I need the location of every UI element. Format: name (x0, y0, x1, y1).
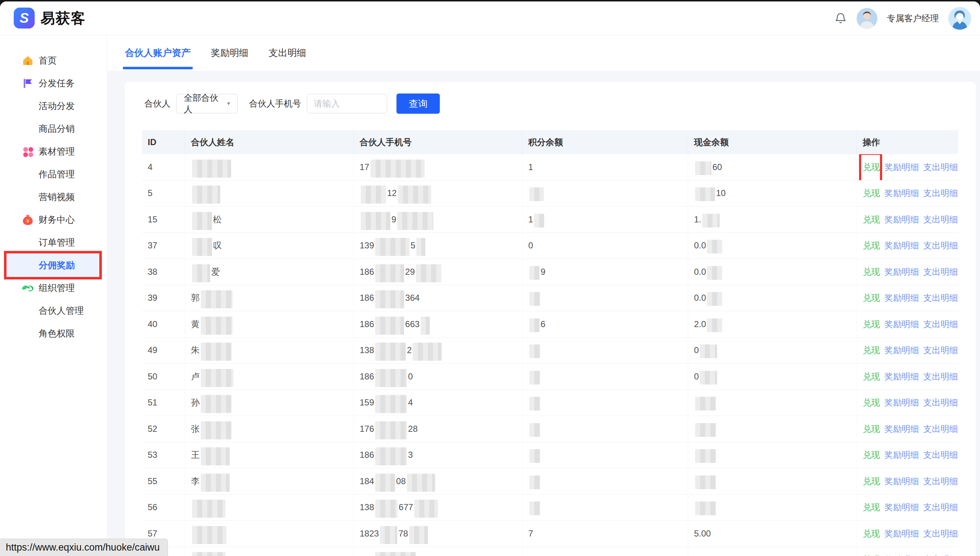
sidebar-item-distribute-tasks[interactable]: 分发任务 (0, 72, 107, 95)
cell-text-fragment: 1823 (360, 529, 379, 539)
redacted-mosaic (192, 238, 212, 256)
expense-detail-link[interactable]: 支出明细 (923, 554, 958, 556)
expense-detail-link[interactable]: 支出明细 (923, 475, 958, 487)
user-avatar[interactable] (948, 7, 971, 30)
expense-detail-link[interactable]: 支出明细 (923, 449, 958, 461)
cash-out-link[interactable]: 兑现 (863, 266, 880, 278)
cell-points-balance: 0 (522, 547, 688, 556)
cash-out-link[interactable]: 兑现 (863, 292, 880, 304)
screen: S 易获客 专属客户经理 (0, 0, 980, 556)
cash-out-link[interactable]: 兑现 (863, 371, 880, 382)
tab-expense-detail[interactable]: 支出明细 (268, 35, 306, 71)
reward-detail-link[interactable]: 奖励明细 (884, 423, 919, 435)
cell-text-fragment: 1 (528, 162, 533, 172)
sidebar-item-home[interactable]: 首页 (0, 49, 107, 72)
cash-out-link[interactable]: 兑现 (863, 162, 880, 173)
sidebar-item-works-management[interactable]: 作品管理 (0, 163, 107, 186)
reward-detail-link[interactable]: 奖励明细 (884, 187, 919, 199)
reward-detail-link[interactable]: 奖励明细 (884, 554, 919, 556)
sidebar-item-product-distribution[interactable]: 商品分销 (0, 117, 107, 140)
cash-out-link[interactable]: 兑现 (863, 214, 880, 225)
reward-detail-link[interactable]: 奖励明细 (884, 501, 919, 513)
expense-detail-link[interactable]: 支出明细 (923, 501, 958, 513)
sidebar-item-commission-reward[interactable]: 分佣奖励 (6, 254, 100, 276)
expense-detail-link[interactable]: 支出明细 (923, 318, 958, 330)
tab-reward-detail[interactable]: 奖励明细 (211, 35, 248, 71)
expense-detail-link[interactable]: 支出明细 (923, 292, 958, 304)
expense-detail-link[interactable]: 支出明细 (923, 397, 958, 408)
col-partner-name: 合伙人姓名 (185, 130, 354, 154)
redacted-mosaic (192, 552, 225, 556)
sidebar-item-marketing-video[interactable]: 营销视频 (0, 186, 107, 208)
sidebar-item-material-management[interactable]: 素材管理 (0, 140, 107, 163)
expense-detail-link[interactable]: 支出明细 (923, 187, 958, 199)
reward-detail-link[interactable]: 奖励明细 (884, 344, 919, 356)
expense-detail-link[interactable]: 支出明细 (923, 214, 958, 225)
reward-detail-link[interactable]: 奖励明细 (884, 266, 919, 278)
reward-detail-link[interactable]: 奖励明细 (884, 528, 919, 540)
redacted-mosaic (707, 240, 722, 254)
reward-detail-link[interactable]: 奖励明细 (884, 397, 919, 408)
search-button[interactable]: 查询 (396, 94, 440, 114)
redacted-mosaic (413, 343, 441, 361)
sidebar-item-order-management[interactable]: 订单管理 (0, 231, 107, 254)
cell-cash-balance: 0.00 (688, 547, 857, 556)
expense-detail-link[interactable]: 支出明细 (923, 240, 958, 251)
sidebar: 首页分发任务活动分发商品分销素材管理作品管理营销视频¥财务中心订单管理分佣奖励组… (0, 35, 107, 556)
sidebar-item-activity-distribution[interactable]: 活动分发 (0, 95, 107, 117)
cash-out-link[interactable]: 兑现 (863, 187, 880, 199)
cash-out-link[interactable]: 兑现 (863, 501, 880, 513)
cash-out-link[interactable]: 兑现 (863, 475, 880, 487)
col-partner-phone: 合伙人手机号 (354, 130, 522, 154)
sidebar-item-finance-center[interactable]: ¥财务中心 (0, 208, 107, 231)
expense-detail-link[interactable]: 支出明细 (923, 423, 958, 435)
expense-detail-link[interactable]: 支出明细 (923, 528, 958, 540)
sidebar-item-role-permission[interactable]: 角色权限 (0, 322, 107, 345)
sidebar-item-partner-management[interactable]: 合伙人管理 (0, 299, 107, 322)
cell-points-balance: 1 (522, 207, 688, 233)
cash-out-link[interactable]: 兑现 (863, 423, 880, 435)
reward-detail-link[interactable]: 奖励明细 (884, 162, 919, 173)
reward-detail-link[interactable]: 奖励明细 (884, 371, 919, 382)
expense-detail-link[interactable]: 支出明细 (923, 371, 958, 382)
expense-detail-link[interactable]: 支出明细 (923, 344, 958, 356)
expense-detail-link[interactable]: 支出明细 (923, 162, 958, 173)
cash-out-link[interactable]: 兑现 (863, 528, 880, 540)
sidebar-item-label: 营销视频 (39, 191, 75, 203)
cash-out-link[interactable]: 兑现 (863, 240, 880, 251)
reward-detail-link[interactable]: 奖励明细 (884, 449, 919, 461)
redacted-mosaic (375, 500, 398, 518)
reward-detail-link[interactable]: 奖励明细 (884, 240, 919, 251)
redacted-mosaic (201, 369, 233, 387)
phone-input[interactable] (307, 94, 387, 113)
cell-text-fragment: 60 (712, 162, 722, 172)
reward-detail-link[interactable]: 奖励明细 (884, 318, 919, 330)
sidebar-item-organization-management[interactable]: 组织管理 (0, 276, 107, 299)
cash-out-link[interactable]: 兑现 (863, 397, 880, 408)
cell-cash-balance (688, 390, 857, 416)
reward-detail-link[interactable]: 奖励明细 (884, 214, 919, 225)
cell-text-fragment: 184 (360, 476, 374, 486)
notification-bell-icon[interactable] (834, 11, 847, 26)
cash-out-link[interactable]: 兑现 (863, 344, 880, 356)
sidebar-item-label: 合伙人管理 (39, 305, 84, 317)
sidebar-item-label: 作品管理 (39, 168, 75, 180)
cash-out-link[interactable]: 兑现 (863, 449, 880, 461)
redacted-mosaic (375, 552, 416, 556)
tab-partner-account-assets[interactable]: 合伙人账户资产 (125, 35, 191, 71)
manager-avatar[interactable] (857, 8, 877, 29)
redacted-mosaic (707, 266, 722, 280)
cell-partner-phone: 1382 (354, 338, 522, 364)
cash-out-link[interactable]: 兑现 (863, 554, 880, 556)
cell-text-fragment: 0.0 (694, 267, 706, 277)
cell-text-fragment: 1 (528, 215, 533, 225)
reward-detail-link[interactable]: 奖励明细 (884, 292, 919, 304)
reward-detail-link[interactable]: 奖励明细 (884, 475, 919, 487)
redacted-mosaic (695, 162, 712, 175)
cash-out-link[interactable]: 兑现 (863, 318, 880, 330)
partner-select[interactable]: 全部合伙人 ▼ (176, 94, 238, 113)
cell-points-balance (522, 416, 688, 442)
cell-text-fragment: 183 (360, 554, 374, 556)
expense-detail-link[interactable]: 支出明细 (923, 266, 958, 278)
redacted-mosaic (201, 290, 233, 308)
